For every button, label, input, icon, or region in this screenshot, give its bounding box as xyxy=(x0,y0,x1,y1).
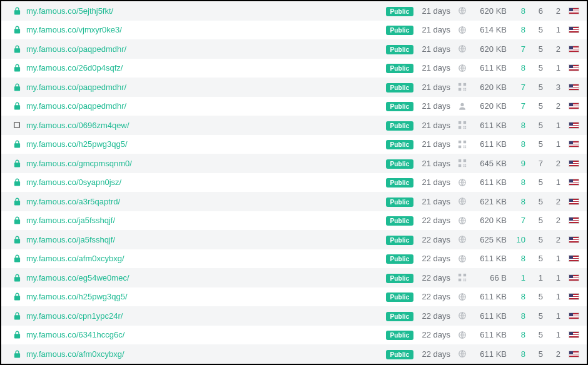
flag-cell xyxy=(560,217,579,224)
type-cell xyxy=(453,235,472,244)
visibility-cell: Public xyxy=(383,235,417,244)
svg-rect-25 xyxy=(459,159,461,162)
url-link[interactable]: my.famous.co/a3r5qaptrd/ xyxy=(26,197,383,206)
url-link[interactable]: my.famous.co/gmcpmsqnm0/ xyxy=(26,159,383,168)
url-link[interactable]: my.famous.co/26d0p4sqfz/ xyxy=(26,63,383,72)
flag-cell xyxy=(560,122,579,129)
count2-cell: 5 xyxy=(525,254,543,263)
public-badge: Public xyxy=(386,45,413,54)
url-link[interactable]: my.famous.co/0696zm4qew/ xyxy=(26,121,383,130)
url-link[interactable]: my.famous.co/h25pwg3qg5/ xyxy=(26,292,383,301)
count2-cell: 5 xyxy=(525,101,543,111)
url-link[interactable]: my.famous.co/afm0xcybxg/ xyxy=(26,349,383,359)
table-row[interactable]: my.famous.co/5ejthj5fkt/Public21 days620… xyxy=(1,1,587,21)
flag-cell xyxy=(560,274,579,281)
lock-icon xyxy=(14,178,21,186)
table-row[interactable]: my.famous.co/ja5fsshqjf/Public22 days625… xyxy=(1,230,587,249)
size-cell: 625 KB xyxy=(472,235,508,244)
size-cell: 66 B xyxy=(472,273,508,282)
table-row[interactable]: my.famous.co/ja5fsshqjf/Public22 days620… xyxy=(1,211,587,231)
url-link[interactable]: my.famous.co/6341hccg6c/ xyxy=(26,330,383,339)
url-link[interactable]: my.famous.co/paqpedmdhr/ xyxy=(26,101,383,111)
us-flag-icon xyxy=(569,122,579,129)
type-cell xyxy=(453,349,472,358)
flag-cell xyxy=(560,141,579,148)
table-row[interactable]: my.famous.co/a3r5qaptrd/Public21 days621… xyxy=(1,192,587,211)
public-badge: Public xyxy=(386,254,413,264)
url-link[interactable]: my.famous.co/vjmxyr0ke3/ xyxy=(26,25,383,34)
table-row[interactable]: my.famous.co/26d0p4sqfz/Public21 days611… xyxy=(1,59,587,78)
public-badge: Public xyxy=(386,274,413,283)
globe-icon xyxy=(458,235,467,244)
age-cell: 21 days xyxy=(417,121,453,130)
us-flag-icon xyxy=(569,274,579,281)
url-link[interactable]: my.famous.co/5ejthj5fkt/ xyxy=(26,6,383,16)
table-row[interactable]: my.famous.co/h25pwg3qg5/Public22 days611… xyxy=(1,288,587,307)
us-flag-icon xyxy=(569,293,579,300)
svg-rect-31 xyxy=(465,166,466,168)
table-row[interactable]: my.famous.co/h25pwg3qg5/Public21 days611… xyxy=(1,135,587,154)
table-row[interactable]: my.famous.co/0syapn0jsz/Public21 days611… xyxy=(1,173,587,192)
url-link[interactable]: my.famous.co/eg54we0mec/ xyxy=(26,273,383,282)
table-row[interactable]: my.famous.co/0696zm4qew/Public21 days611… xyxy=(1,116,587,135)
url-link[interactable]: my.famous.co/h25pwg3qg5/ xyxy=(26,139,383,149)
svg-rect-26 xyxy=(464,159,466,162)
globe-icon xyxy=(458,349,467,358)
table-row[interactable]: my.famous.co/gmcpmsqnm0/Public21 days645… xyxy=(1,154,587,173)
public-badge: Public xyxy=(386,102,413,111)
url-link[interactable]: my.famous.co/paqpedmdhr/ xyxy=(26,44,383,54)
flag-cell xyxy=(560,312,579,319)
visibility-cell: Public xyxy=(383,6,417,16)
table-row[interactable]: my.famous.co/afm0xcybxg/Public22 days611… xyxy=(1,249,587,269)
lock-icon xyxy=(14,216,21,224)
size-cell: 611 KB xyxy=(472,178,508,187)
url-cell: my.famous.co/26d0p4sqfz/ xyxy=(24,63,383,72)
size-cell: 611 KB xyxy=(472,63,508,72)
visibility-cell: Public xyxy=(383,178,417,187)
url-link[interactable]: my.famous.co/cpn1ypc24r/ xyxy=(26,311,383,321)
blank-box-icon xyxy=(13,121,21,129)
count1-cell: 7 xyxy=(508,44,525,54)
svg-rect-42 xyxy=(464,281,465,282)
table-row[interactable]: my.famous.co/vjmxyr0ke3/Public21 days614… xyxy=(1,21,587,40)
url-cell: my.famous.co/6341hccg6c/ xyxy=(24,330,383,339)
url-link[interactable]: my.famous.co/ja5fsshqjf/ xyxy=(26,216,383,225)
public-badge: Public xyxy=(386,26,413,35)
type-cell xyxy=(453,121,472,129)
size-cell: 614 KB xyxy=(472,25,508,34)
svg-rect-4 xyxy=(459,83,461,86)
type-cell xyxy=(453,140,472,149)
lock-icon xyxy=(14,83,21,91)
lock-cell xyxy=(10,159,24,168)
lock-cell xyxy=(10,312,24,320)
table-row[interactable]: my.famous.co/paqpedmdhr/Public21 days620… xyxy=(1,39,587,59)
size-cell: 620 KB xyxy=(472,101,508,111)
count2-cell: 5 xyxy=(525,139,543,149)
table-row[interactable]: my.famous.co/afm0xcybxg/Public22 days611… xyxy=(1,344,587,364)
public-badge: Public xyxy=(386,140,413,149)
url-link[interactable]: my.famous.co/ja5fsshqjf/ xyxy=(26,235,383,244)
table-row[interactable]: my.famous.co/eg54we0mec/Public22 days66 … xyxy=(1,268,587,288)
svg-rect-23 xyxy=(464,147,465,148)
count1-cell: 7 xyxy=(508,216,525,225)
lock-cell xyxy=(10,178,24,186)
lock-icon xyxy=(14,198,21,206)
url-link[interactable]: my.famous.co/0syapn0jsz/ xyxy=(26,178,383,187)
url-link[interactable]: my.famous.co/afm0xcybxg/ xyxy=(26,254,383,263)
table-row[interactable]: my.famous.co/6341hccg6c/Public22 days611… xyxy=(1,326,587,345)
flag-cell xyxy=(560,179,579,186)
count1-cell: 8 xyxy=(508,292,525,301)
flag-cell xyxy=(560,26,579,33)
table-row[interactable]: my.famous.co/paqpedmdhr/Public21 days620… xyxy=(1,97,587,116)
table-row[interactable]: my.famous.co/paqpedmdhr/Public21 days620… xyxy=(1,78,587,97)
age-cell: 22 days xyxy=(417,349,453,359)
count3-cell: 1 xyxy=(543,178,560,187)
age-cell: 21 days xyxy=(417,178,453,187)
url-link[interactable]: my.famous.co/paqpedmdhr/ xyxy=(26,82,383,92)
globe-icon xyxy=(458,292,467,301)
svg-rect-29 xyxy=(465,164,466,166)
visibility-cell: Public xyxy=(383,216,417,225)
table-row[interactable]: my.famous.co/cpn1ypc24r/Public22 days611… xyxy=(1,306,587,326)
count2-cell: 6 xyxy=(525,6,543,16)
svg-rect-13 xyxy=(459,126,461,129)
